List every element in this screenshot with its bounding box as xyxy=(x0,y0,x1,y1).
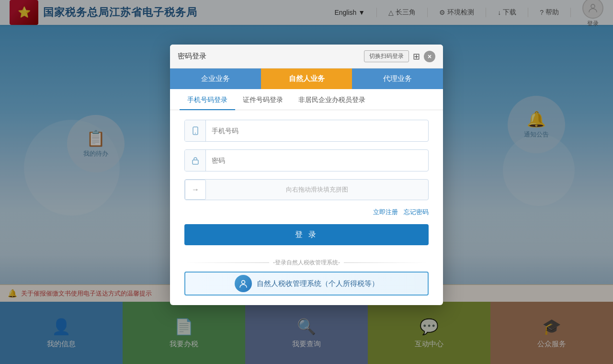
nat-tax-label: 自然人税收管理系统（个人所得税等） xyxy=(257,279,379,288)
links-row: 立即注册 忘记密码 xyxy=(184,208,429,216)
nat-tax-section: -登录自然人税收管理系统- 自然人税收管理系统（个人所得税等） xyxy=(170,253,443,305)
tab-enterprise[interactable]: 企业业务 xyxy=(170,68,261,89)
nat-tax-button[interactable]: 自然人税收管理系统（个人所得税等） xyxy=(184,272,429,296)
slider-text: 向右拖动滑块填充拼图 xyxy=(206,185,428,194)
scan-login-button[interactable]: 切换扫码登录 xyxy=(364,50,409,62)
sub-tab-phone[interactable]: 手机号码登录 xyxy=(180,91,235,110)
login-button[interactable]: 登 录 xyxy=(184,224,429,245)
svg-rect-3 xyxy=(193,160,198,164)
lock-icon xyxy=(185,150,206,171)
sub-tab-bar: 手机号码登录 证件号码登录 非居民企业办税员登录 xyxy=(170,91,443,110)
slider-captcha[interactable]: → 向右拖动滑块填充拼图 xyxy=(184,179,429,200)
nat-tax-divider: -登录自然人税收管理系统- xyxy=(184,259,429,267)
sub-tab-id[interactable]: 证件号码登录 xyxy=(235,91,291,110)
svg-point-2 xyxy=(195,133,196,134)
nat-tax-avatar xyxy=(235,275,252,292)
modal-header: 密码登录 切换扫码登录 ⊞ × xyxy=(170,45,443,68)
close-button[interactable]: × xyxy=(424,51,435,62)
qr-icon: ⊞ xyxy=(413,51,420,62)
register-link[interactable]: 立即注册 xyxy=(373,208,398,216)
sub-tab-nonresident[interactable]: 非居民企业办税员登录 xyxy=(291,91,373,110)
modal-overlay: 密码登录 切换扫码登录 ⊞ × 企业业务 自然人业务 代理业务 手机号码登录 证… xyxy=(0,0,613,364)
tab-natural-person[interactable]: 自然人业务 xyxy=(261,68,352,89)
tab-agency[interactable]: 代理业务 xyxy=(352,68,443,89)
main-tab-bar: 企业业务 自然人业务 代理业务 xyxy=(170,68,443,89)
login-modal: 密码登录 切换扫码登录 ⊞ × 企业业务 自然人业务 代理业务 手机号码登录 证… xyxy=(170,45,443,305)
slider-handle[interactable]: → xyxy=(185,180,206,200)
phone-icon xyxy=(185,120,206,141)
forgot-password-link[interactable]: 忘记密码 xyxy=(404,208,429,216)
phone-input-group xyxy=(184,120,429,142)
modal-title: 密码登录 xyxy=(178,52,206,61)
password-input-group xyxy=(184,149,429,171)
svg-point-4 xyxy=(241,281,245,284)
phone-field[interactable] xyxy=(206,120,428,141)
nat-tax-divider-label: -登录自然人税收管理系统- xyxy=(273,259,340,267)
modal-header-right: 切换扫码登录 ⊞ × xyxy=(364,50,435,62)
password-field[interactable] xyxy=(206,150,428,171)
login-form: → 向右拖动滑块填充拼图 立即注册 忘记密码 登 录 xyxy=(170,110,443,253)
